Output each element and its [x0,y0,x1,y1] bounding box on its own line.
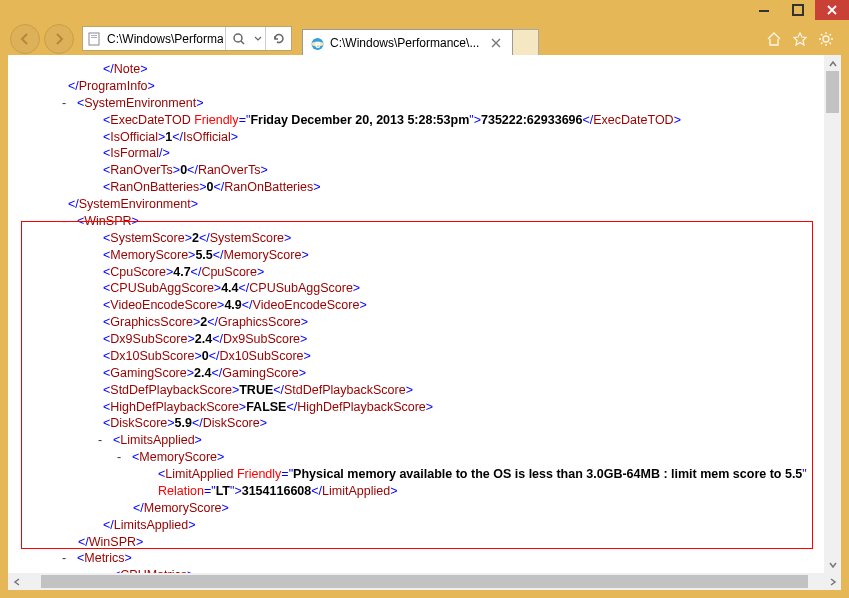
xml-line: <GamingScore>2.4</GamingScore> [8,365,841,382]
vertical-scrollbar[interactable] [824,55,841,573]
xml-line: - <LimitsApplied> [8,432,841,449]
collapse-toggle[interactable]: - [58,550,70,567]
horizontal-scrollbar[interactable] [8,573,841,590]
scrollbar-thumb[interactable] [826,71,839,113]
xml-line: </SystemEnvironment> [8,196,841,213]
scroll-right-icon[interactable] [824,573,841,590]
xml-line: <VideoEncodeScore>4.9</VideoEncodeScore> [8,297,841,314]
scroll-down-icon[interactable] [824,556,841,573]
xml-line: <IsOfficial>1</IsOfficial> [8,129,841,146]
xml-line: <CpuScore>4.7</CpuScore> [8,264,841,281]
svg-point-5 [234,34,242,42]
collapse-toggle[interactable]: - [113,449,125,466]
address-input[interactable] [105,30,225,48]
minimize-button[interactable] [747,0,781,20]
xml-line: <StdDefPlaybackScore>TRUE</StdDefPlaybac… [8,382,841,399]
scroll-up-icon[interactable] [824,55,841,72]
tab-title: C:\Windows\Performance\... [330,36,479,50]
favorites-icon[interactable] [791,30,809,48]
tab-active[interactable]: e C:\Windows\Performance\... [302,29,513,56]
xml-line: - <MemoryScore> [8,449,841,466]
svg-rect-3 [91,35,97,36]
scroll-left-icon[interactable] [8,573,25,590]
scrollbar-track[interactable] [25,573,824,590]
collapse-toggle[interactable]: - [58,95,70,112]
close-button[interactable] [815,0,849,20]
back-button[interactable] [10,24,40,54]
xml-line: - <WinSPR> [8,213,841,230]
xml-line: </LimitsApplied> [8,517,841,534]
toolbar: e C:\Windows\Performance\... [0,22,849,55]
tab-bar: e C:\Windows\Performance\... [302,25,539,52]
xml-line: <SystemScore>2</SystemScore> [8,230,841,247]
xml-line: - <Metrics> [8,550,841,567]
xml-line: <HighDefPlaybackScore>FALSE</HighDefPlay… [8,399,841,416]
scrollbar-thumb[interactable] [41,575,808,588]
ie-icon: e [309,35,325,51]
toolbar-right [765,30,849,48]
xml-line: </Note> [8,61,841,78]
xml-line: <ExecDateTOD Friendly="Friday December 2… [8,112,841,129]
page-icon [83,32,105,46]
svg-rect-4 [91,37,97,38]
titlebar [0,0,849,22]
xml-line: </ProgramInfo> [8,78,841,95]
xml-line: <DiskScore>5.9</DiskScore> [8,415,841,432]
xml-line: <LimitApplied Friendly="Physical memory … [8,466,841,500]
xml-line: <GraphicsScore>2</GraphicsScore> [8,314,841,331]
search-button[interactable] [225,27,251,50]
xml-line: <CPUSubAggScore>4.4</CPUSubAggScore> [8,280,841,297]
browser-window: e C:\Windows\Performance\... </Note> </P… [0,0,849,598]
svg-point-9 [823,36,829,42]
svg-rect-0 [759,10,769,12]
collapse-toggle[interactable]: - [58,213,70,230]
xml-line: <RanOnBatteries>0</RanOnBatteries> [8,179,841,196]
home-icon[interactable] [765,30,783,48]
xml-line: <Dx9SubScore>2.4</Dx9SubScore> [8,331,841,348]
xml-line: </MemoryScore> [8,500,841,517]
xml-line: <RanOverTs>0</RanOverTs> [8,162,841,179]
tools-icon[interactable] [817,30,835,48]
svg-rect-1 [793,5,803,15]
tab-close-icon[interactable] [488,35,504,51]
xml-content: </Note> </ProgramInfo> - <SystemEnvironm… [8,55,841,573]
address-dropdown[interactable] [251,35,265,43]
svg-text:e: e [315,39,321,50]
maximize-button[interactable] [781,0,815,20]
svg-rect-2 [89,33,99,45]
xml-line: <MemoryScore>5.5</MemoryScore> [8,247,841,264]
xml-line: - <SystemEnvironment> [8,95,841,112]
new-tab-button[interactable] [513,29,539,56]
collapse-toggle[interactable]: - [94,432,106,449]
address-bar [82,26,292,51]
content-pane: </Note> </ProgramInfo> - <SystemEnvironm… [8,55,841,590]
xml-line: <Dx10SubScore>0</Dx10SubScore> [8,348,841,365]
xml-line: <IsFormal/> [8,145,841,162]
forward-button[interactable] [44,24,74,54]
xml-line: </WinSPR> [8,534,841,551]
refresh-button[interactable] [265,27,291,50]
